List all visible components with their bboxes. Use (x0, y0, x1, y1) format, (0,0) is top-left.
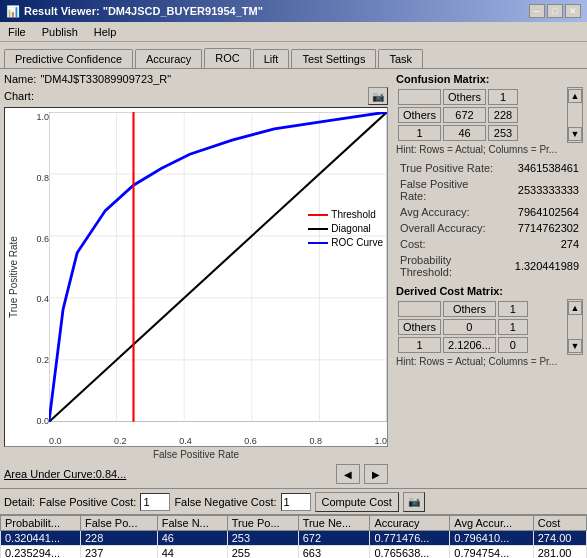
nav-buttons: ◀ ▶ (336, 464, 388, 484)
chart-legend: Threshold Diagonal ROC Curve (308, 209, 383, 248)
table-row[interactable]: 0.320441... 228 46 253 672 0.771476... 0… (1, 531, 587, 546)
tab-lift[interactable]: Lift (253, 49, 290, 68)
minimize-button[interactable]: ─ (529, 4, 545, 18)
matrix-scroll-down[interactable]: ▼ (568, 127, 582, 141)
tab-roc[interactable]: ROC (204, 48, 250, 68)
tab-predictive-confidence[interactable]: Predictive Confidence (4, 49, 133, 68)
dcm-col-1: 1 (498, 301, 528, 317)
confusion-matrix-section: Confusion Matrix: Others 1 (396, 73, 583, 155)
nav-prev-button[interactable]: ◀ (336, 464, 360, 484)
row-probability: 0.235294... (1, 546, 81, 559)
false-negative-cost-input[interactable] (281, 493, 311, 511)
col-accuracy: Accuracy (370, 516, 450, 531)
true-positive-rate-value: 3461538461 (500, 161, 581, 175)
col-true-ne: True Ne... (298, 516, 370, 531)
main-content: Name: "DM4J$T33089909723_R" Chart: 📷 Tru… (0, 68, 587, 488)
tab-test-settings[interactable]: Test Settings (291, 49, 376, 68)
confusion-matrix-table: Others 1 Others 672 228 1 (396, 87, 520, 143)
derived-matrix-scroll-up[interactable]: ▲ (568, 301, 582, 315)
compute-cost-button[interactable]: Compute Cost (315, 492, 399, 512)
cm-row-1: 1 (398, 125, 441, 141)
chart-export-button[interactable]: 📷 (368, 87, 388, 105)
row-cost: 281.00 (533, 546, 586, 559)
derived-cost-matrix-table: Others 1 Others 0 1 1 (396, 299, 530, 355)
false-positive-rate-label: False Positive Rate: (398, 177, 498, 203)
row-probability: 0.320441... (1, 531, 81, 546)
tab-accuracy[interactable]: Accuracy (135, 49, 202, 68)
row-avg-accur: 0.794754... (450, 546, 533, 559)
dcm-row-others: Others (398, 319, 441, 335)
chart-label: Chart: (4, 90, 34, 102)
table-row: Others 672 228 (398, 107, 518, 123)
row-false-po: 228 (80, 531, 157, 546)
derived-matrix-scroll-down[interactable]: ▼ (568, 339, 582, 353)
avg-accuracy-label: Avg Accuracy: (398, 205, 498, 219)
window-title: 📊 Result Viewer: "DM4JSCD_BUYER91954_TM" (6, 5, 263, 18)
false-positive-rate-value: 2533333333 (500, 177, 581, 203)
table-row: 1 46 253 (398, 125, 518, 141)
window-titlebar: 📊 Result Viewer: "DM4JSCD_BUYER91954_TM"… (0, 0, 587, 22)
bottom-section: Detail: False Positive Cost: False Negat… (0, 488, 587, 558)
row-false-n: 44 (157, 546, 227, 559)
cost-value: 274 (500, 237, 581, 251)
detail-bar: Detail: False Positive Cost: False Negat… (0, 488, 587, 514)
avg-accuracy-value: 7964102564 (500, 205, 581, 219)
matrix-scrollbar[interactable]: ▲ ▼ (567, 87, 583, 143)
cm-col-1: 1 (488, 89, 518, 105)
overall-accuracy-value: 7714762302 (500, 221, 581, 235)
dcm-col-others: Others (443, 301, 496, 317)
derived-cost-matrix-hint: Hint: Rows = Actual; Columns = Pr... (396, 356, 583, 367)
confusion-matrix-hint: Hint: Rows = Actual; Columns = Pr... (396, 144, 583, 155)
dcm-row-1: 1 (398, 337, 441, 353)
false-positive-cost-label: False Positive Cost: (39, 496, 136, 508)
y-axis-label: True Positive Rate (5, 108, 21, 446)
cm-col-others: Others (443, 89, 486, 105)
dcm-cell-1-others: 2.1206... (443, 337, 496, 353)
derived-matrix-scrollbar[interactable]: ▲ ▼ (567, 299, 583, 355)
name-row: Name: "DM4J$T33089909723_R" (4, 73, 388, 85)
cm-cell-1-others: 46 (443, 125, 486, 141)
menu-help[interactable]: Help (90, 25, 121, 39)
dcm-cell-others-1: 1 (498, 319, 528, 335)
cm-cell-others-others: 672 (443, 107, 486, 123)
row-true-po: 253 (227, 531, 298, 546)
false-positive-cost-input[interactable] (140, 493, 170, 511)
tab-task[interactable]: Task (378, 49, 423, 68)
maximize-button[interactable]: □ (547, 4, 563, 18)
nav-next-button[interactable]: ▶ (364, 464, 388, 484)
close-button[interactable]: ✕ (565, 4, 581, 18)
matrix-scroll-up[interactable]: ▲ (568, 89, 582, 103)
derived-cost-matrix-title: Derived Cost Matrix: (396, 285, 583, 297)
overall-accuracy-label: Overall Accuracy: (398, 221, 498, 235)
col-false-n: False N... (157, 516, 227, 531)
name-value: "DM4J$T33089909723_R" (40, 73, 171, 85)
derived-cost-matrix-section: Derived Cost Matrix: Others 1 (396, 285, 583, 367)
area-under-curve: Area Under Curve:0.84... (4, 468, 126, 480)
probability-threshold-label: Probability Threshold: (398, 253, 498, 279)
name-label: Name: (4, 73, 36, 85)
menu-bar: File Publish Help (0, 22, 587, 42)
cm-row-others: Others (398, 107, 441, 123)
detail-export-button[interactable]: 📷 (403, 492, 425, 512)
cost-label: Cost: (398, 237, 498, 251)
table-row[interactable]: 0.235294... 237 44 255 663 0.765638... 0… (1, 546, 587, 559)
chart-label-row: Chart: 📷 (4, 87, 388, 105)
dcm-cell-others-others: 0 (443, 319, 496, 335)
row-cost: 274.00 (533, 531, 586, 546)
window-controls: ─ □ ✕ (529, 4, 581, 18)
data-table: Probabilit... False Po... False N... Tru… (0, 515, 587, 558)
x-axis-label: False Positive Rate (4, 449, 388, 460)
dcm-cell-1-1: 0 (498, 337, 528, 353)
confusion-matrix-title: Confusion Matrix: (396, 73, 583, 85)
chart-area: True Positive Rate 1.0 0.8 0.6 0.4 0.2 0… (4, 107, 388, 447)
tabs-bar: Predictive Confidence Accuracy ROC Lift … (0, 42, 587, 68)
row-accuracy: 0.771476... (370, 531, 450, 546)
row-accuracy: 0.765638... (370, 546, 450, 559)
menu-publish[interactable]: Publish (38, 25, 82, 39)
true-positive-rate-label: True Positive Rate: (398, 161, 498, 175)
probability-threshold-value: 1.320441989 (500, 253, 581, 279)
col-true-po: True Po... (227, 516, 298, 531)
row-avg-accur: 0.796410... (450, 531, 533, 546)
menu-file[interactable]: File (4, 25, 30, 39)
data-table-container: Probabilit... False Po... False N... Tru… (0, 514, 587, 558)
